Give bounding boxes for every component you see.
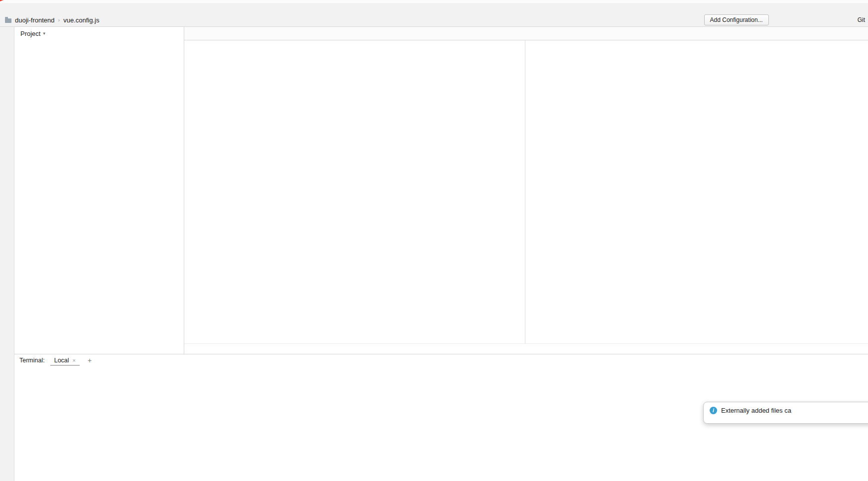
editor-area — [184, 27, 868, 354]
terminal-tab-local[interactable]: Local × — [50, 355, 80, 366]
right-margin-guide — [525, 40, 525, 343]
project-panel-header: Project ▾ — [14, 27, 184, 40]
main-toolbar: duoji-frontend › vue.config.js Add Confi… — [0, 13, 868, 27]
info-icon: i — [710, 407, 717, 414]
chevron-right-icon: › — [58, 17, 60, 23]
editor-tabs — [184, 27, 868, 40]
terminal-output[interactable] — [14, 366, 868, 481]
breadcrumbs-bar — [184, 343, 868, 354]
project-panel: Project ▾ — [14, 27, 184, 354]
close-icon[interactable]: × — [73, 357, 76, 363]
terminal-tab-label: Local — [54, 357, 69, 364]
project-panel-title[interactable]: Project — [20, 30, 40, 37]
project-tree — [14, 40, 184, 354]
breadcrumb-project[interactable]: duoji-frontend — [15, 16, 55, 24]
notification-text: Externally added files ca — [721, 407, 791, 414]
breadcrumb-file[interactable]: vue.config.js — [63, 16, 99, 24]
notification-popup: i Externally added files ca — [703, 402, 868, 424]
git-widget[interactable]: Git — [858, 16, 866, 23]
toolbar-actions: Add Configuration... Git — [704, 14, 866, 25]
menu-bar — [0, 3, 868, 13]
left-toolwindow-strip — [0, 27, 14, 481]
ide-window: duoji-frontend › vue.config.js Add Confi… — [0, 0, 868, 481]
new-terminal-button[interactable]: + — [85, 356, 94, 364]
code-editor[interactable] — [184, 40, 868, 343]
chevron-down-icon: ▾ — [43, 31, 45, 36]
navigation-breadcrumb: duoji-frontend › vue.config.js — [5, 16, 99, 24]
add-configuration-button[interactable]: Add Configuration... — [704, 14, 769, 25]
project-folder-icon — [5, 18, 11, 23]
terminal-title: Terminal: — [19, 357, 45, 364]
terminal-header: Terminal: Local × + — [14, 354, 868, 366]
